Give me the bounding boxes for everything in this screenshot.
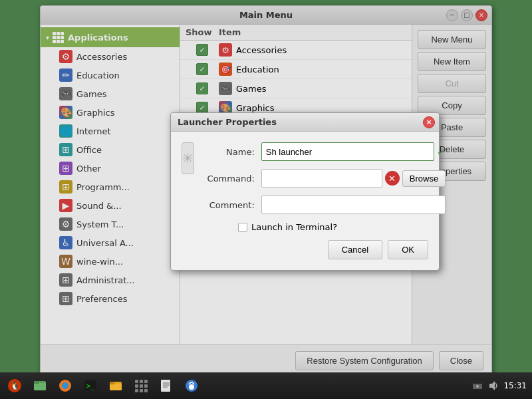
svg-rect-20 xyxy=(144,389,148,392)
taskbar-signal[interactable] xyxy=(180,375,203,396)
launcher-properties-dialog: Launcher Properties × ✳ Name: xyxy=(170,112,440,271)
command-label: Command: xyxy=(205,174,261,184)
svg-rect-3 xyxy=(34,383,46,390)
svg-rect-12 xyxy=(135,380,138,383)
name-input[interactable] xyxy=(261,142,434,161)
dialog-actions: Cancel OK xyxy=(182,240,428,259)
dialog-fields: Name: ✓ Command: ✕ B xyxy=(205,142,446,222)
svg-rect-14 xyxy=(144,380,148,383)
dialog-title-text: Launcher Properties xyxy=(178,117,277,127)
name-input-container: ✓ xyxy=(261,142,446,161)
dialog-body: ✳ Name: ✓ Command: xyxy=(171,132,439,270)
svg-rect-18 xyxy=(135,389,138,392)
files-icon xyxy=(33,378,47,393)
svg-rect-13 xyxy=(140,380,143,383)
terminal-icon: >_ xyxy=(83,378,98,393)
taskbar-files[interactable] xyxy=(28,375,52,396)
launch-terminal-checkbox[interactable] xyxy=(238,223,247,232)
command-clear-button[interactable]: ✕ xyxy=(385,171,400,186)
svg-text:>_: >_ xyxy=(86,382,95,390)
comment-input[interactable] xyxy=(261,196,446,214)
svg-rect-21 xyxy=(161,380,170,392)
dialog-title-bar: Launcher Properties × xyxy=(171,113,439,132)
command-input-group: ✕ Browse xyxy=(261,169,446,188)
cancel-button[interactable]: Cancel xyxy=(328,240,382,259)
taskbar-apps[interactable] xyxy=(129,375,153,396)
dialog-command-row: Command: ✕ Browse xyxy=(205,169,446,188)
taskbar-time: 15:31 xyxy=(503,381,527,390)
taskbar-firefox[interactable] xyxy=(53,375,77,396)
taskbar-system-tray: 15:31 xyxy=(471,380,529,392)
taskbar-start[interactable]: 🐧 xyxy=(3,375,27,396)
main-window: Main Menu − □ × ▾ xyxy=(40,5,492,378)
comment-label: Comment: xyxy=(205,200,261,210)
svg-marker-29 xyxy=(489,381,495,390)
svg-rect-4 xyxy=(34,381,39,384)
taskbar-folder[interactable] xyxy=(104,375,128,396)
taskbar: 🐧 >_ xyxy=(0,372,532,399)
svg-rect-17 xyxy=(144,384,148,388)
name-label: Name: xyxy=(205,147,261,157)
svg-point-6 xyxy=(62,382,68,389)
signal-icon xyxy=(184,378,199,393)
desktop: Main Menu − □ × ▾ xyxy=(0,0,532,399)
command-input[interactable] xyxy=(261,169,382,188)
dialog-content-row: ✳ Name: ✓ Command: xyxy=(182,142,428,222)
svg-rect-19 xyxy=(140,389,143,392)
notes-icon xyxy=(159,378,174,393)
svg-rect-10 xyxy=(110,384,122,390)
network-icon xyxy=(471,380,483,392)
dialog-icon-placeholder[interactable]: ✳ xyxy=(182,142,194,174)
svg-point-28 xyxy=(476,385,479,388)
svg-text:🐧: 🐧 xyxy=(10,380,20,390)
svg-rect-15 xyxy=(135,384,138,388)
folder-icon xyxy=(108,378,123,393)
svg-rect-16 xyxy=(140,384,143,388)
dialog-name-row: Name: ✓ xyxy=(205,142,446,161)
taskbar-notes[interactable] xyxy=(154,375,178,396)
dialog-close-button[interactable]: × xyxy=(423,116,435,128)
svg-point-26 xyxy=(189,384,194,390)
apps-grid-icon xyxy=(134,378,148,393)
linux-logo-icon: 🐧 xyxy=(7,378,22,393)
firefox-icon xyxy=(58,378,72,393)
browse-button[interactable]: Browse xyxy=(402,170,446,187)
svg-rect-11 xyxy=(110,382,114,384)
dialog-comment-row: Comment: xyxy=(205,196,446,214)
audio-icon xyxy=(487,380,499,392)
launch-row: Launch in Terminal? xyxy=(182,222,428,232)
loading-spinner-icon: ✳ xyxy=(182,150,194,166)
launch-terminal-label: Launch in Terminal? xyxy=(251,222,337,232)
name-check-icon: ✓ xyxy=(437,146,446,158)
ok-button[interactable]: OK xyxy=(388,240,428,259)
taskbar-terminal[interactable]: >_ xyxy=(78,375,102,396)
